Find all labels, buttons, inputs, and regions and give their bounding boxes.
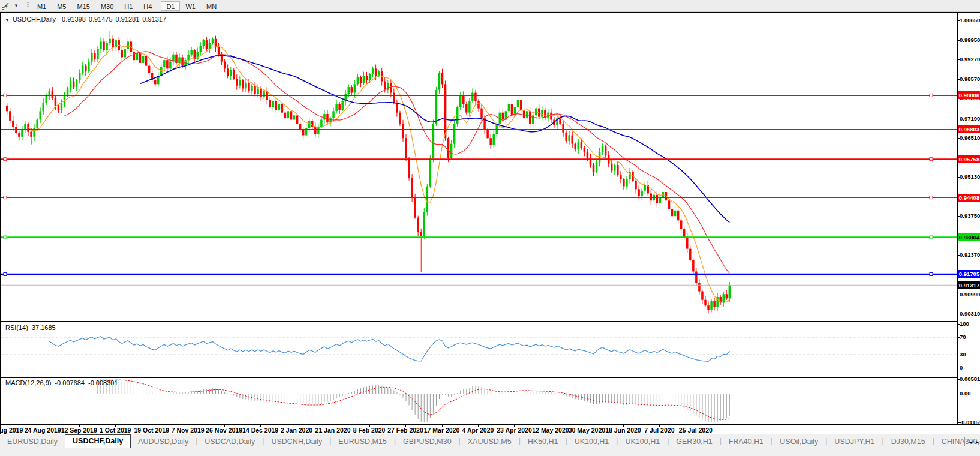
axis-label: 0.005818	[960, 376, 980, 383]
rsi-name: RSI(14)	[5, 324, 28, 331]
candle-body	[511, 104, 513, 115]
collapse-arrow-icon[interactable]: ▼	[5, 17, 10, 23]
tab-uk100-h1[interactable]: UK100,H1	[618, 436, 667, 448]
line-handle	[4, 196, 7, 199]
candle-body	[599, 152, 601, 163]
candle-body	[36, 119, 38, 128]
date-label: 25 Jul 2020	[679, 427, 713, 434]
candle-body	[677, 211, 680, 221]
tab-fra40-h1[interactable]: FRA40,H1	[722, 436, 771, 448]
axis-tick	[957, 138, 960, 139]
candle-body	[517, 100, 519, 107]
timeframe-button-mn[interactable]: MN	[201, 1, 222, 11]
candle-body	[181, 57, 184, 65]
candle-body	[94, 53, 96, 58]
candle-body	[103, 41, 105, 50]
tab-uk100-h1[interactable]: UK100,H1	[567, 436, 617, 448]
candle-body	[200, 46, 202, 52]
candle-body	[39, 111, 41, 119]
toolbar-separator	[23, 2, 23, 10]
candle-body	[465, 104, 468, 112]
timeframe-button-m1[interactable]: M1	[32, 1, 52, 11]
axis-tick	[957, 379, 960, 380]
candle-body	[620, 175, 622, 179]
candle-body	[674, 211, 677, 216]
candle-body	[323, 114, 326, 119]
tab-ger30-h1[interactable]: GER30,H1	[669, 436, 719, 448]
tab-dj30-m15[interactable]: DJ30,M15	[884, 436, 933, 448]
tab-scroll-left-icon[interactable]: ◂	[969, 439, 972, 445]
candle-body	[61, 104, 63, 110]
candle-body	[492, 134, 495, 145]
timeframe-button-w1[interactable]: W1	[180, 1, 201, 11]
candle-body	[351, 87, 353, 92]
candle-body	[568, 135, 570, 140]
candle-body	[441, 73, 444, 84]
candle-body	[73, 82, 75, 87]
price-level-badge: 0.98008	[958, 91, 980, 99]
macd-panel-canvas[interactable]	[1, 378, 957, 424]
candle-body	[163, 60, 166, 67]
date-label: 23 Apr 2020	[497, 427, 532, 434]
date-axis[interactable]: 6 Aug 201924 Aug 201912 Sep 20191 Oct 20…	[1, 424, 980, 434]
candle-body	[67, 88, 69, 95]
tab-usdcnh-daily[interactable]: USDCNH,Daily	[264, 436, 329, 448]
candle-body	[79, 73, 81, 80]
sma-mid-line	[65, 52, 730, 274]
axis-tick	[957, 368, 960, 368]
date-label: 1 Oct 2019	[100, 427, 131, 434]
line-handle	[4, 158, 7, 161]
date-label: 7 Jul 2020	[644, 427, 674, 434]
tab-eurusd-daily[interactable]: EURUSD,Daily	[0, 436, 65, 448]
timeframe-button-h1[interactable]: H1	[119, 1, 138, 11]
tab-audusd-daily[interactable]: AUDUSD,Daily	[131, 436, 196, 448]
tab-gbpusd-m30[interactable]: GBPUSD,M30	[396, 436, 459, 448]
axis-tick	[957, 216, 960, 217]
tab-eurusd-m15[interactable]: EURUSD,M15	[331, 436, 394, 448]
tab-hk50-h1[interactable]: HK50,H1	[521, 436, 566, 448]
timeframe-button-m15[interactable]: M15	[71, 1, 95, 11]
candle-body	[462, 95, 465, 104]
axis-label: 0.97190	[960, 115, 980, 122]
main-chart-canvas[interactable]	[1, 13, 957, 321]
axis-tick	[957, 422, 960, 423]
timeframe-button-d1[interactable]: D1	[161, 1, 180, 11]
candle-body	[722, 294, 725, 302]
candle-body	[611, 164, 613, 171]
date-label: 19 Oct 2019	[134, 427, 169, 434]
candle-body	[438, 73, 441, 89]
candle-body	[360, 77, 362, 83]
date-label: 6 Aug 2019	[0, 427, 23, 434]
date-label: 7 Nov 2019	[172, 427, 205, 434]
candle-body	[375, 68, 377, 76]
candle-body	[311, 121, 314, 127]
candle-body	[390, 83, 392, 93]
dropdown-arrow-icon[interactable]: ▼	[11, 3, 21, 8]
candle-body	[550, 113, 552, 120]
candle-body	[605, 146, 607, 155]
candle-body	[9, 111, 11, 121]
tab-xauusd-m5[interactable]: XAUUSD,M5	[461, 436, 519, 448]
candle-body	[626, 179, 628, 187]
candle-body	[64, 95, 66, 103]
draw-tool-icon[interactable]	[0, 1, 11, 11]
candle-body	[287, 111, 290, 118]
candle-body	[644, 185, 646, 190]
candle-body	[121, 50, 124, 58]
rsi-panel-canvas[interactable]	[1, 322, 957, 377]
toolbar-grip-handle[interactable]	[26, 2, 29, 10]
timeframe-toolbar: ▼ M1M5M15M30H1H4D1W1MN	[0, 0, 980, 12]
candle-body	[489, 138, 492, 145]
timeframe-button-h4[interactable]: H4	[138, 1, 157, 11]
tab-scroll-right-icon[interactable]: ▸	[976, 439, 979, 445]
tab-usoil-daily[interactable]: USOil,Daily	[772, 436, 825, 448]
timeframe-button-m30[interactable]: M30	[95, 1, 119, 11]
date-label: 4 Apr 2020	[462, 427, 494, 434]
axis-tick	[957, 40, 960, 41]
tab-usdcad-daily[interactable]: USDCAD,Daily	[197, 436, 262, 448]
tab-usdchf-daily[interactable]: USDCHF,Daily	[65, 434, 131, 448]
tab-usdjpy-h1[interactable]: USDJPY,H1	[827, 436, 882, 448]
timeframe-button-m5[interactable]: M5	[52, 1, 71, 11]
candle-body	[18, 133, 20, 137]
candle-body	[215, 39, 217, 47]
